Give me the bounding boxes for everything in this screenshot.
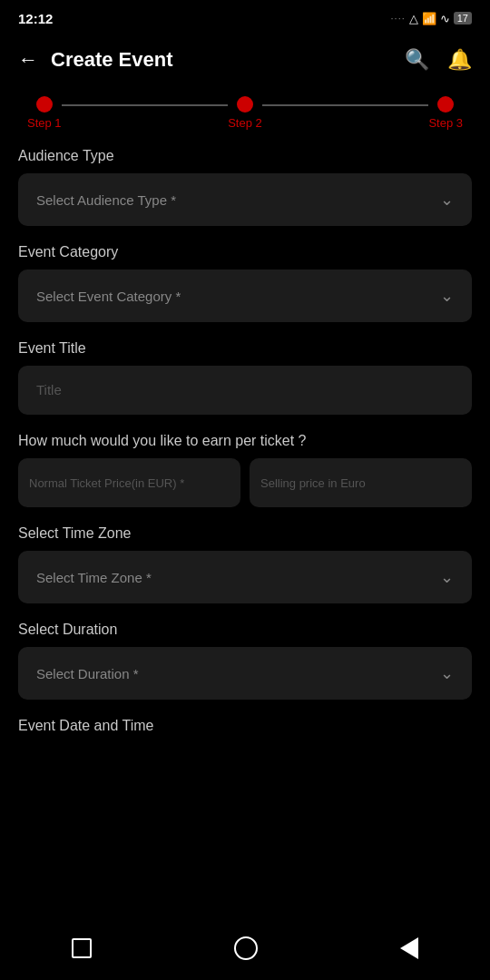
status-icons: ···· △ 📶 ∿ 17 <box>391 12 472 25</box>
step-line-2 <box>262 104 429 106</box>
ticket-price-row <box>18 458 472 507</box>
step-1: Step 1 <box>27 96 62 130</box>
top-nav: ← Create Event 🔍 🔔 <box>0 33 490 87</box>
event-category-label: Event Category <box>18 244 472 260</box>
event-datetime-label: Event Date and Time <box>18 718 472 734</box>
duration-chevron-icon: ⌄ <box>440 663 454 683</box>
alarm-icon: △ <box>409 12 418 25</box>
battery-icon: 17 <box>454 12 472 24</box>
step-3-label: Step 3 <box>428 116 463 130</box>
selling-price-input[interactable] <box>260 476 461 490</box>
stepper: Step 1 Step 2 Step 3 <box>0 87 490 148</box>
event-title-field[interactable] <box>18 366 472 415</box>
status-bar: 12:12 ···· △ 📶 ∿ 17 <box>0 0 490 33</box>
page-title: Create Event <box>51 48 173 72</box>
normal-ticket-price-input[interactable] <box>29 476 230 490</box>
event-category-chevron-icon: ⌄ <box>440 286 454 306</box>
network-icon: 📶 <box>422 12 436 25</box>
bell-icon[interactable]: 🔔 <box>447 48 472 72</box>
selling-price-field[interactable] <box>250 458 472 507</box>
step-2-label: Step 2 <box>228 116 262 130</box>
status-time: 12:12 <box>18 11 53 26</box>
time-zone-dropdown[interactable]: Select Time Zone * ⌄ <box>18 551 472 603</box>
time-zone-chevron-icon: ⌄ <box>440 567 454 587</box>
event-title-label: Event Title <box>18 340 472 357</box>
back-nav-icon[interactable] <box>400 937 418 959</box>
step-2-dot <box>237 96 253 113</box>
step-line-1 <box>62 104 229 106</box>
back-button[interactable]: ← <box>18 48 38 72</box>
wifi-icon: ∿ <box>440 12 450 25</box>
search-icon[interactable]: 🔍 <box>405 48 429 72</box>
duration-placeholder: Select Duration * <box>36 666 139 681</box>
stop-icon[interactable] <box>72 938 92 958</box>
step-2: Step 2 <box>228 96 262 130</box>
normal-ticket-price-field[interactable] <box>18 458 240 507</box>
step-3-dot <box>437 96 454 113</box>
step-3: Step 3 <box>428 96 463 130</box>
step-1-dot <box>36 96 53 113</box>
time-zone-placeholder: Select Time Zone * <box>36 570 152 585</box>
ticket-question-label: How much would you like to earn per tick… <box>18 433 472 449</box>
time-zone-label: Select Time Zone <box>18 525 472 542</box>
home-icon[interactable] <box>234 936 258 960</box>
nav-right: 🔍 🔔 <box>405 48 472 72</box>
event-title-input[interactable] <box>36 382 454 397</box>
nav-left: ← Create Event <box>18 48 173 72</box>
form-content: Audience Type Select Audience Type * ⌄ E… <box>0 148 490 743</box>
bottom-nav <box>0 916 490 980</box>
audience-type-placeholder: Select Audience Type * <box>36 192 176 208</box>
audience-type-dropdown[interactable]: Select Audience Type * ⌄ <box>18 173 472 226</box>
event-category-placeholder: Select Event Category * <box>36 289 181 304</box>
event-category-dropdown[interactable]: Select Event Category * ⌄ <box>18 270 472 322</box>
duration-label: Select Duration <box>18 622 472 638</box>
signal-dots: ···· <box>391 13 406 24</box>
audience-type-label: Audience Type <box>18 148 472 164</box>
step-1-label: Step 1 <box>27 116 62 130</box>
audience-type-chevron-icon: ⌄ <box>440 190 454 210</box>
duration-dropdown[interactable]: Select Duration * ⌄ <box>18 647 472 700</box>
